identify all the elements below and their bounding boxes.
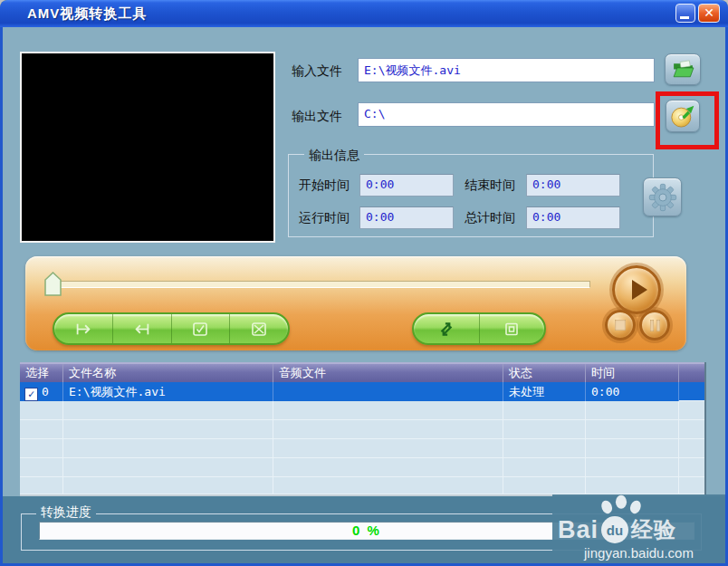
watermark-brand-left: Bai bbox=[558, 516, 599, 543]
select-all-button[interactable] bbox=[172, 314, 231, 343]
mark-start-icon bbox=[73, 321, 93, 337]
title-bar: AMV视频转换工具 ✕ bbox=[0, 0, 728, 27]
start-time-label: 开始时间 bbox=[299, 177, 350, 194]
edit-button-group bbox=[53, 312, 290, 345]
row-checkbox[interactable]: ✓ bbox=[24, 388, 38, 401]
row-audio-cell bbox=[273, 382, 503, 401]
play-button[interactable] bbox=[612, 265, 661, 314]
header-status[interactable]: 状态 bbox=[503, 364, 586, 382]
empty-row bbox=[20, 458, 704, 477]
table-row[interactable]: ✓0 E:\视频文件.avi 未处理 0:00 bbox=[20, 382, 704, 401]
stop-convert-button[interactable] bbox=[480, 314, 545, 343]
empty-row bbox=[20, 439, 704, 458]
row-filename-cell: E:\视频文件.avi bbox=[63, 382, 273, 401]
pause-icon bbox=[650, 320, 660, 331]
watermark-brand-right: 经验 bbox=[631, 516, 676, 543]
window-title: AMV视频转换工具 bbox=[27, 0, 147, 27]
seek-slider-thumb[interactable] bbox=[44, 272, 62, 296]
minimize-icon bbox=[680, 16, 689, 19]
row-index: 0 bbox=[42, 385, 49, 398]
run-time-label: 运行时间 bbox=[299, 210, 350, 226]
empty-row bbox=[20, 420, 704, 439]
row-spacer-cell bbox=[679, 382, 704, 401]
header-filename[interactable]: 文件名称 bbox=[63, 364, 273, 382]
minimize-button[interactable] bbox=[675, 4, 695, 23]
watermark-url: jingyan.baidu.com bbox=[552, 545, 725, 561]
start-time-value: 0:00 bbox=[359, 174, 454, 197]
mark-end-icon bbox=[132, 321, 152, 337]
gear-icon bbox=[648, 183, 677, 212]
watermark-du-circle: du bbox=[601, 516, 628, 543]
paw-icon bbox=[596, 494, 647, 518]
end-time-value: 0:00 bbox=[526, 174, 620, 197]
convert-button[interactable] bbox=[414, 314, 480, 343]
browse-input-button[interactable] bbox=[665, 53, 701, 85]
play-icon bbox=[632, 280, 647, 300]
app-window: AMV视频转换工具 ✕ 输入文件 E:\视频文件.avi 输出文件 C:\ bbox=[0, 0, 728, 566]
total-time-label: 总计时间 bbox=[465, 210, 515, 226]
mark-start-button[interactable] bbox=[54, 314, 113, 343]
settings-button[interactable] bbox=[643, 177, 682, 216]
watermark: Bai du 经验 jingyan.baidu.com bbox=[552, 494, 725, 563]
stop-icon bbox=[615, 320, 626, 331]
folder-open-icon bbox=[671, 60, 695, 80]
video-preview bbox=[20, 52, 275, 243]
convert-arrows-icon bbox=[436, 321, 456, 338]
output-file-field[interactable]: C:\ bbox=[358, 102, 655, 127]
convert-button-group bbox=[412, 312, 546, 345]
checked-box-icon bbox=[191, 321, 209, 337]
output-info-title: 输出信息 bbox=[304, 148, 364, 164]
row-select-cell: ✓0 bbox=[20, 382, 63, 401]
progress-title: 转换进度 bbox=[36, 504, 96, 521]
header-spacer bbox=[679, 364, 704, 382]
total-time-value: 0:00 bbox=[526, 206, 620, 229]
table-header-row: 选择 文件名称 音频文件 状态 时间 bbox=[20, 362, 704, 382]
input-file-field[interactable]: E:\视频文件.avi bbox=[358, 58, 655, 82]
input-file-label: 输入文件 bbox=[292, 63, 342, 80]
deselect-all-button[interactable] bbox=[230, 314, 288, 343]
seek-slider-track[interactable] bbox=[51, 281, 590, 288]
header-select[interactable]: 选择 bbox=[20, 364, 63, 382]
stop-frame-icon bbox=[503, 321, 521, 337]
pause-button[interactable] bbox=[639, 310, 670, 341]
close-button[interactable]: ✕ bbox=[698, 4, 720, 23]
header-time[interactable]: 时间 bbox=[586, 364, 679, 382]
annotation-highlight-box bbox=[656, 91, 719, 149]
row-time-cell: 0:00 bbox=[586, 382, 679, 401]
crossed-box-icon bbox=[250, 321, 268, 337]
stop-button[interactable] bbox=[605, 310, 636, 341]
run-time-value: 0:00 bbox=[359, 206, 454, 229]
output-file-label: 输出文件 bbox=[292, 109, 342, 125]
end-time-label: 结束时间 bbox=[465, 177, 515, 194]
file-list-table: 选择 文件名称 音频文件 状态 时间 ✓0 E:\视频文件.avi 未处理 0:… bbox=[20, 362, 706, 496]
watermark-brand-mid: du bbox=[607, 523, 623, 538]
mark-end-button[interactable] bbox=[113, 314, 172, 343]
empty-row bbox=[20, 477, 704, 494]
empty-row bbox=[20, 401, 704, 420]
row-status-cell: 未处理 bbox=[503, 382, 586, 401]
header-audio[interactable]: 音频文件 bbox=[273, 364, 503, 382]
